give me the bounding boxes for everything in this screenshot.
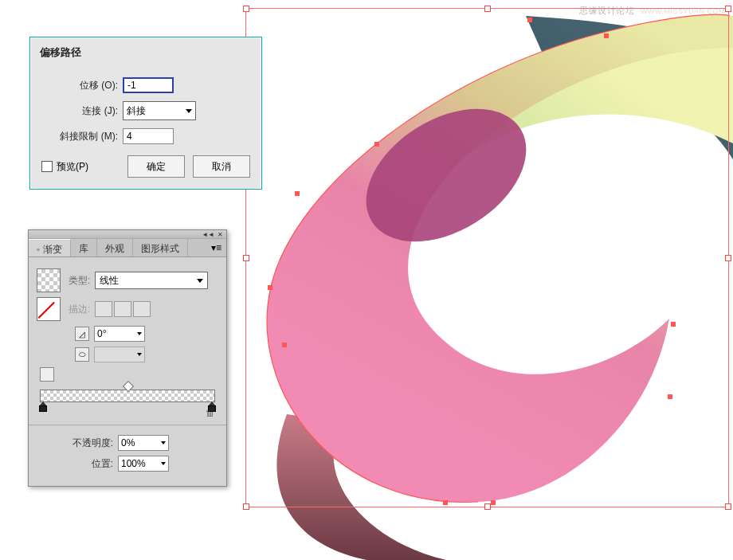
chevron-down-icon bbox=[161, 462, 166, 465]
tab-graphic-styles[interactable]: 图形样式 bbox=[133, 239, 188, 257]
panel-menu-icon[interactable]: ▾≡ bbox=[206, 239, 226, 257]
location-label: 位置: bbox=[37, 457, 113, 471]
panel-titlebar[interactable]: ◄◄ ✕ bbox=[29, 230, 226, 239]
chevron-down-icon bbox=[137, 332, 142, 335]
miter-limit-label: 斜接限制 (M): bbox=[41, 130, 118, 143]
chevron-down-icon bbox=[197, 279, 203, 283]
gradient-panel: ◄◄ ✕ ◦ 渐变 库 外观 图形样式 ▾≡ 类型: 线性 描边: ◿ bbox=[28, 229, 227, 487]
collapse-icon[interactable]: ◄◄ bbox=[202, 231, 214, 238]
miter-limit-input[interactable] bbox=[123, 128, 174, 144]
reverse-gradient-icon[interactable] bbox=[40, 367, 54, 382]
svg-rect-6 bbox=[491, 500, 496, 505]
svg-rect-4 bbox=[374, 142, 379, 147]
gradient-type-select[interactable]: 线性 bbox=[95, 272, 208, 289]
location-input[interactable]: 100% bbox=[118, 456, 169, 472]
angle-input[interactable]: 0° bbox=[94, 326, 145, 342]
tab-library[interactable]: 库 bbox=[71, 239, 97, 257]
tab-appearance[interactable]: 外观 bbox=[97, 239, 133, 257]
offset-path-dialog: 偏移路径 位移 (O): 连接 (J): 斜接 斜接限制 (M): 预览(P) … bbox=[29, 37, 262, 190]
offset-label: 位移 (O): bbox=[41, 79, 118, 92]
aspect-input bbox=[94, 347, 145, 362]
type-label: 类型: bbox=[69, 274, 90, 288]
gradient-preview-swatch[interactable] bbox=[37, 268, 61, 292]
gradient-slider[interactable] bbox=[40, 390, 215, 402]
svg-rect-5 bbox=[443, 500, 448, 505]
svg-rect-10 bbox=[671, 322, 676, 327]
aspect-icon: ⬭ bbox=[75, 347, 89, 362]
chevron-down-icon bbox=[186, 109, 192, 113]
close-icon[interactable]: ✕ bbox=[218, 231, 223, 238]
preview-label: 预览(P) bbox=[57, 160, 88, 174]
join-value: 斜接 bbox=[127, 104, 146, 118]
stroke-option-3[interactable] bbox=[133, 301, 151, 317]
join-label: 连接 (J): bbox=[41, 104, 118, 118]
gradient-stop-right[interactable] bbox=[208, 401, 216, 411]
fill-stroke-swatch[interactable] bbox=[37, 297, 61, 321]
chevron-down-icon bbox=[137, 353, 142, 356]
svg-rect-1 bbox=[268, 285, 272, 290]
watermark: 思缘设计论坛 WWW.MISSYUAN.COM bbox=[579, 5, 725, 17]
panel-tabs: ◦ 渐变 库 外观 图形样式 ▾≡ bbox=[29, 239, 226, 257]
watermark-text: 思缘设计论坛 bbox=[579, 6, 634, 15]
location-value: 100% bbox=[121, 458, 146, 469]
svg-rect-9 bbox=[668, 394, 672, 399]
svg-rect-8 bbox=[527, 18, 532, 22]
chevron-down-icon bbox=[161, 441, 166, 444]
gradient-midpoint[interactable] bbox=[123, 381, 134, 392]
angle-value: 0° bbox=[97, 328, 106, 339]
svg-rect-3 bbox=[295, 191, 300, 196]
ok-button[interactable]: 确定 bbox=[127, 155, 185, 178]
svg-rect-2 bbox=[282, 343, 287, 347]
stroke-option-2[interactable] bbox=[114, 301, 131, 317]
angle-icon: ◿ bbox=[75, 327, 89, 341]
opacity-input[interactable]: 0% bbox=[118, 435, 169, 451]
opacity-value: 0% bbox=[121, 437, 135, 448]
gradient-stop-left[interactable] bbox=[39, 401, 47, 411]
preview-checkbox[interactable]: 预览(P) bbox=[41, 160, 88, 174]
join-select[interactable]: 斜接 bbox=[123, 101, 196, 120]
opacity-label: 不透明度: bbox=[37, 437, 113, 450]
offset-input[interactable] bbox=[123, 77, 174, 93]
dialog-title: 偏移路径 bbox=[30, 37, 261, 65]
gradient-type-value: 线性 bbox=[100, 274, 119, 288]
tab-gradient[interactable]: ◦ 渐变 bbox=[29, 239, 71, 257]
stroke-option-1[interactable] bbox=[95, 301, 112, 317]
checkbox-icon bbox=[41, 161, 53, 172]
stroke-label: 描边: bbox=[69, 303, 90, 316]
svg-rect-7 bbox=[604, 33, 609, 38]
watermark-url: WWW.MISSYUAN.COM bbox=[641, 7, 725, 15]
cancel-button[interactable]: 取消 bbox=[193, 155, 250, 178]
